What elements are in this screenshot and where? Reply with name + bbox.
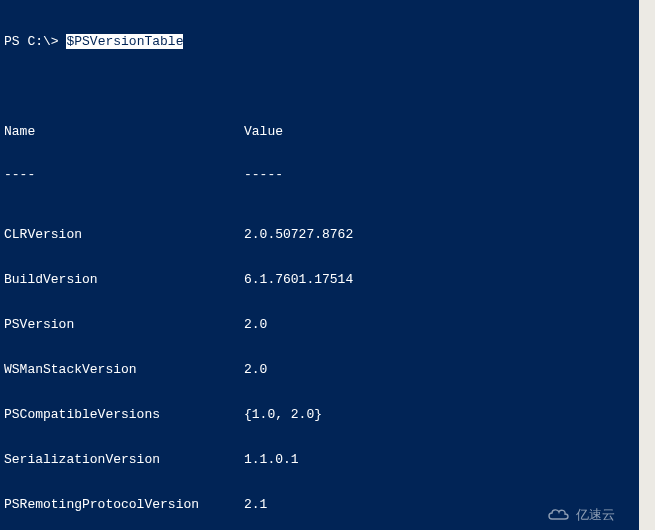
row-name: SerializationVersion [4,452,244,467]
row-name: BuildVersion [4,272,244,287]
table-row: WSManStackVersion2.0 [4,362,637,377]
table-row: PSVersion2.0 [4,317,637,332]
table-row: SerializationVersion1.1.0.1 [4,452,637,467]
table-row: CLRVersion2.0.50727.8762 [4,227,637,242]
row-value: {1.0, 2.0} [244,407,637,422]
row-value: 2.0 [244,362,637,377]
cmd-line: PS C:\> $PSVersionTable [4,34,637,49]
table-header-underline: ---- ----- [4,167,637,182]
row-name: PSRemotingProtocolVersion [4,497,244,512]
cloud-icon [546,506,572,522]
row-name: CLRVersion [4,227,244,242]
watermark: 亿速云 [546,506,615,522]
table-header: Name Value [4,124,637,139]
header-name: Name [4,124,244,139]
header-value: Value [244,124,637,139]
row-value: 2.0 [244,317,637,332]
row-value: 1.1.0.1 [244,452,637,467]
header-value-ul: ----- [244,167,637,182]
header-name-ul: ---- [4,167,244,182]
prompt: PS C:\> [4,34,66,49]
table-row: BuildVersion6.1.7601.17514 [4,272,637,287]
terminal-output[interactable]: PS C:\> $PSVersionTable Name Value ---- … [0,0,639,530]
row-value: 6.1.7601.17514 [244,272,637,287]
command-text: $PSVersionTable [66,34,183,49]
row-name: PSCompatibleVersions [4,407,244,422]
table-row: PSCompatibleVersions{1.0, 2.0} [4,407,637,422]
table-row: PSRemotingProtocolVersion2.1 [4,497,637,512]
row-value: 2.0.50727.8762 [244,227,637,242]
watermark-text: 亿速云 [576,507,615,522]
row-name: WSManStackVersion [4,362,244,377]
row-name: PSVersion [4,317,244,332]
